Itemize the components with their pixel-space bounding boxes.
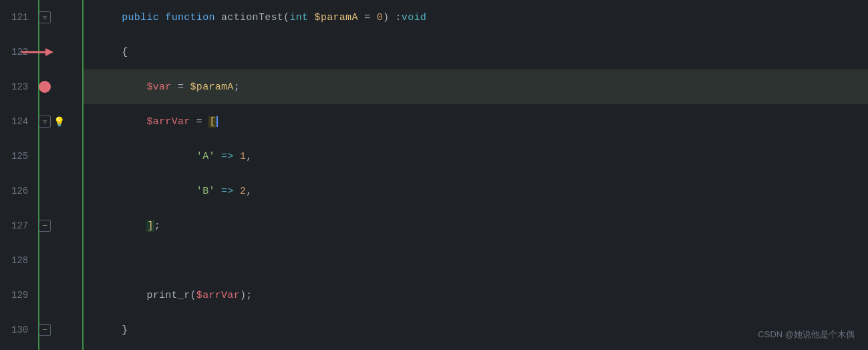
watermark: CSDN @她说他是个木偶 [758, 329, 855, 341]
bracket-token: [ [208, 116, 216, 128]
code-line-127: ]; [84, 208, 868, 243]
code-token: $var [146, 81, 171, 93]
code-content: } [97, 325, 128, 336]
code-content: 'A' => 1, [97, 151, 253, 162]
code-area[interactable]: public function actionTest(int $paramA =… [84, 0, 868, 350]
code-line-123: $var = $paramA; [84, 69, 868, 104]
code-token: int [289, 12, 308, 23]
red-arrow-icon [20, 45, 57, 59]
line-icons: ▽ [36, 11, 82, 23]
code-line-124: $arrVar = [ [84, 104, 868, 139]
line-icons: ▽💡 [36, 116, 82, 128]
gutter-row-128: 128 [0, 243, 82, 278]
lightbulb-icon[interactable]: 💡 [53, 116, 65, 128]
code-token: 2 [240, 186, 246, 197]
gutter-row-124: 124▽💡 [0, 104, 82, 139]
svg-marker-1 [45, 48, 53, 56]
code-token: ) : [383, 12, 402, 23]
code-token: $paramA [315, 12, 358, 23]
code-content: 'B' => 2, [97, 186, 253, 197]
line-number: 121 [0, 12, 36, 23]
code-token: , [246, 186, 252, 197]
code-token: } [97, 325, 128, 336]
code-token: $paramA [190, 81, 234, 93]
gutter-row-129: 129 [0, 278, 82, 313]
line-number: 124 [0, 116, 36, 127]
code-token: => [215, 186, 240, 197]
editor: 121▽122123124▽💡125126127−128129130− publ… [0, 0, 868, 350]
code-token: ; [234, 81, 240, 93]
code-line-125: 'A' => 1, [84, 139, 868, 174]
code-token: = [172, 81, 190, 93]
text-cursor [216, 116, 218, 127]
code-content: $var = $paramA; [97, 81, 240, 93]
code-content: ]; [97, 220, 160, 232]
line-gutter: 121▽122123124▽💡125126127−128129130− [0, 0, 84, 350]
code-line-128 [84, 243, 868, 278]
code-token: 'B' [196, 186, 215, 197]
line-number: 129 [0, 290, 36, 301]
gutter-row-122: 122 [0, 35, 82, 69]
code-token: , [246, 151, 252, 162]
code-token: $arrVar [146, 116, 190, 128]
line-icons: − [36, 324, 82, 336]
fold-open-icon[interactable]: ▽ [39, 11, 51, 23]
code-token: actionTest( [215, 12, 290, 23]
code-token: ; [154, 220, 160, 232]
fold-open-icon[interactable]: ▽ [39, 116, 51, 128]
bracket-token: ] [146, 220, 154, 232]
gutter-row-130: 130− [0, 313, 82, 347]
gutter-row-126: 126 [0, 174, 82, 208]
breakpoint-icon[interactable] [39, 81, 51, 93]
code-token: $arrVar [196, 290, 240, 301]
gutter-row-123: 123 [0, 69, 82, 104]
code-line-130: } [84, 313, 868, 347]
line-icons [36, 81, 82, 93]
code-token: public [122, 12, 159, 23]
code-token: { [97, 47, 128, 58]
line-number: 123 [0, 81, 36, 92]
code-token: ); [240, 290, 253, 301]
code-line-121: public function actionTest(int $paramA =… [84, 0, 868, 35]
code-content: public function actionTest(int $paramA =… [97, 12, 426, 23]
code-content: $arrVar = [ [97, 116, 218, 128]
line-icons: − [36, 220, 82, 232]
code-content: print_r($arrVar); [97, 290, 253, 301]
line-icons [36, 45, 82, 59]
line-number: 128 [0, 255, 36, 266]
code-token: 1 [240, 151, 246, 162]
code-line-126: 'B' => 2, [84, 174, 868, 208]
line-number: 127 [0, 220, 36, 231]
line-number: 126 [0, 186, 36, 196]
line-number: 125 [0, 151, 36, 162]
code-line-122: { [84, 35, 868, 69]
code-token: 0 [377, 12, 383, 23]
code-token: = [358, 12, 377, 23]
code-token: 'A' [196, 151, 215, 162]
code-token: print_r( [97, 290, 196, 301]
code-token: void [402, 12, 426, 23]
gutter-row-125: 125 [0, 139, 82, 174]
code-content: { [97, 47, 128, 58]
fold-close-icon[interactable]: − [39, 220, 51, 232]
line-number: 130 [0, 325, 36, 335]
code-token: function [165, 12, 214, 23]
gutter-row-121: 121▽ [0, 0, 82, 35]
fold-close-icon[interactable]: − [39, 324, 51, 336]
gutter-row-127: 127− [0, 208, 82, 243]
code-line-129: print_r($arrVar); [84, 278, 868, 313]
code-token: => [215, 151, 240, 162]
code-token: = [190, 116, 209, 128]
